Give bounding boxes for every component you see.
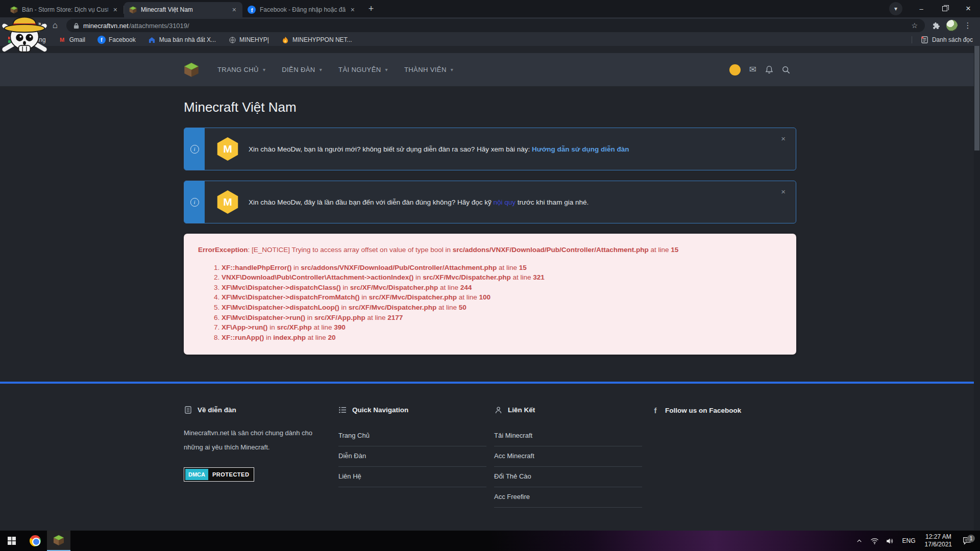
clock-date: 17/6/2021 — [925, 541, 952, 548]
tab-close-icon[interactable]: × — [350, 6, 356, 14]
footer-link-doi-the-cao[interactable]: Đổi Thẻ Cào — [494, 467, 642, 487]
dmca-badge[interactable]: DMCA PROTECTED — [184, 467, 254, 482]
bookmark-muaban[interactable]: Mua bán nhà đất X... — [148, 36, 216, 44]
sep: in — [305, 314, 314, 321]
sep: in — [359, 293, 369, 301]
error-exception-box: ErrorException: [E_NOTICE] Trying to acc… — [184, 234, 796, 355]
lienket-links: Tải Minecraft Acc Minecraft Đổi Thẻ Cào … — [494, 426, 642, 508]
nav-label: TRANG CHỦ — [217, 66, 259, 73]
taskbar-chrome-button[interactable] — [23, 531, 47, 551]
nav-thanh-vien[interactable]: THÀNH VIÊN ▾ — [404, 66, 453, 73]
guide-link[interactable]: Hướng dẫn sử dụng diễn đàn — [532, 145, 629, 153]
bell-icon[interactable] — [765, 65, 773, 74]
footer-link-trang-chu[interactable]: Trang Chủ — [338, 426, 486, 446]
footer-link-tai-minecraft[interactable]: Tải Minecraft — [494, 426, 642, 446]
avatar[interactable]: M — [216, 190, 239, 214]
stack-line: 2177 — [387, 314, 403, 321]
dmca-left: DMCA — [184, 468, 209, 481]
dmca-right: PROTECTED — [209, 468, 254, 481]
nav-trang-chu[interactable]: TRANG CHỦ ▾ — [217, 66, 265, 73]
tab-title: Minecraft Việt Nam — [141, 6, 227, 13]
info-icon: i — [190, 145, 199, 154]
taskbar-minecraft-button[interactable] — [47, 531, 70, 551]
chrome-update-icon[interactable]: ▾ — [889, 2, 902, 15]
restore-button[interactable] — [933, 0, 957, 17]
scrollbar[interactable] — [974, 46, 980, 531]
new-tab-button[interactable]: + — [364, 2, 378, 16]
quicknav-links: Trang Chủ Diễn Đàn Liên Hệ — [338, 426, 486, 487]
reading-list-button[interactable]: Danh sách đọc — [912, 36, 973, 43]
welcome-alert-1: i M Xin chào MeoDw, bạn là người mới? kh… — [184, 128, 796, 170]
close-button[interactable]: × — [957, 0, 980, 17]
system-tray: ENG 12:27 AM 17/6/2021 1 — [852, 531, 980, 551]
nav-dien-dan[interactable]: DIỄN ĐÀN ▾ — [282, 66, 322, 73]
chevron-down-icon: ▾ — [451, 67, 453, 72]
address-bar[interactable]: minecraftvn.net/attachments/31019/ ☆ — [66, 19, 925, 32]
volume-icon[interactable] — [883, 537, 898, 545]
page-title: Minecraft Việt Nam — [184, 99, 796, 115]
bookmark-minehyppon[interactable]: MINEHYPPON NET... — [281, 36, 352, 44]
stack-file: index.php — [273, 334, 306, 341]
sep: in — [413, 273, 423, 281]
search-icon[interactable] — [782, 66, 790, 74]
facebook-f-icon: f — [651, 406, 659, 415]
action-center-button[interactable]: 1 — [957, 537, 977, 545]
stack-line: 15 — [519, 264, 527, 271]
footer-link-lien-he[interactable]: Liên Hệ — [338, 467, 486, 487]
tab-title: Facebook - Đăng nhập hoặc đăn — [260, 6, 346, 13]
desktop-screen: Bán - Storm Store: Dịch vụ Custo × Minec… — [0, 0, 980, 551]
stack-file: src/addons/VNXF/Download/Pub/Controller/… — [301, 264, 497, 271]
welcome-alert-2: i M Xin chào MeoDw, đây là lần đầu bạn đ… — [184, 181, 796, 223]
home-icon[interactable]: ⌂ — [48, 19, 62, 32]
alert-text-before: Xin chào MeoDw, bạn là người mới? không … — [249, 145, 532, 153]
footer-link-acc-freefire[interactable]: Acc Freefire — [494, 487, 642, 508]
bookmark-gmail[interactable]: M Gmail — [58, 36, 85, 44]
footer-link-acc-minecraft[interactable]: Acc Minecraft — [494, 446, 642, 467]
inbox-envelope-icon[interactable]: ✉ — [749, 64, 756, 75]
close-icon[interactable]: × — [781, 187, 786, 196]
bookmark-facebook[interactable]: f Facebook — [97, 36, 136, 44]
tab-close-icon[interactable]: × — [231, 6, 237, 14]
footer-col-title: Quick Navigation — [352, 406, 408, 414]
user-avatar[interactable] — [729, 64, 741, 76]
nav-label: TÀI NGUYÊN — [338, 66, 381, 73]
bookmark-minehyp[interactable]: MINEHYP| — [228, 36, 269, 44]
notification-badge: 1 — [967, 535, 975, 542]
footer-link-dien-dan[interactable]: Diễn Đàn — [338, 446, 486, 467]
stack-fn: XF::runApp() — [222, 334, 264, 341]
alert-text-after: trước khi tham gia nhé. — [516, 198, 589, 206]
tray-chevron-up-icon[interactable] — [852, 538, 867, 544]
tab-facebook[interactable]: f Facebook - Đăng nhập hoặc đăn × — [242, 2, 361, 17]
extensions-puzzle-icon[interactable] — [929, 19, 943, 32]
tab-minecraftvn-active[interactable]: Minecraft Việt Nam × — [124, 2, 242, 17]
taskbar-clock[interactable]: 12:27 AM 17/6/2021 — [920, 533, 957, 548]
stack-line: 50 — [459, 304, 467, 311]
error-line: 15 — [671, 246, 678, 254]
minimize-button[interactable]: – — [910, 0, 933, 17]
bookmark-label: Gmail — [69, 36, 85, 43]
rules-link[interactable]: nội quy — [493, 198, 516, 206]
footer-col-header: Về diễn đàn — [184, 406, 338, 414]
profile-avatar[interactable] — [946, 20, 958, 31]
menu-dots-icon[interactable]: ⋮ — [961, 19, 975, 32]
sep: at line — [511, 273, 533, 281]
scrollbar-thumb[interactable] — [974, 46, 979, 151]
close-icon[interactable]: × — [781, 134, 786, 143]
bookmark-label: Facebook — [109, 36, 136, 43]
minecraft-icon — [53, 535, 64, 546]
bookmark-star-icon[interactable]: ☆ — [911, 21, 918, 30]
alert-message: Xin chào MeoDw, đây là lần đầu bạn đến v… — [249, 198, 624, 206]
stack-fn: XF\Mvc\Dispatcher->dispatchClass() — [222, 284, 341, 291]
stack-frame: XF::runApp() in index.php at line 20 — [222, 333, 782, 343]
wifi-icon[interactable] — [867, 537, 883, 545]
stack-file: src/XF.php — [277, 323, 311, 331]
avatar[interactable]: M — [216, 137, 239, 161]
start-button[interactable] — [0, 531, 23, 551]
stack-trace-list: XF::handlePhpError() in src/addons/VNXF/… — [198, 263, 782, 343]
language-indicator[interactable]: ENG — [898, 537, 920, 544]
nav-label: THÀNH VIÊN — [404, 66, 447, 73]
nav-tai-nguyen[interactable]: TÀI NGUYÊN ▾ — [338, 66, 388, 73]
tab-close-icon[interactable]: × — [112, 6, 118, 14]
site-logo-minecraft[interactable] — [184, 62, 199, 78]
sep: at line — [497, 264, 519, 271]
